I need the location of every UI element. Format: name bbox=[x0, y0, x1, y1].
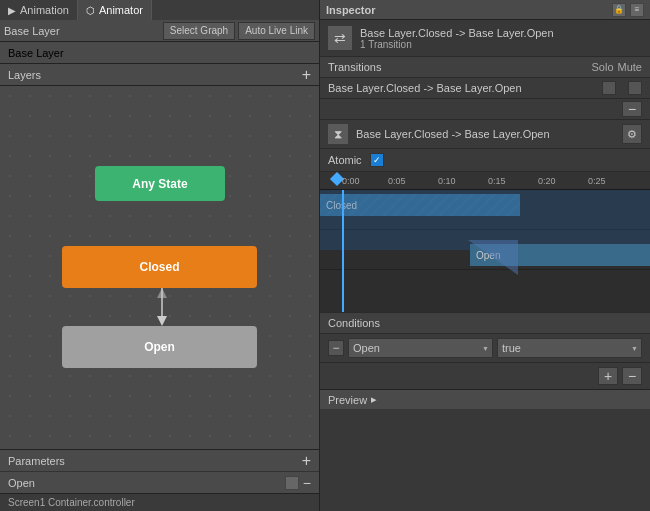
animator-toolbar: Base Layer Select Graph Auto Live Link bbox=[0, 20, 319, 42]
transition-label: Base Layer.Closed -> Base Layer.Open bbox=[360, 27, 554, 39]
select-graph-button[interactable]: Select Graph bbox=[163, 22, 235, 40]
layers-add-button[interactable]: + bbox=[302, 67, 311, 83]
parameter-name: Open bbox=[8, 477, 285, 489]
timeline-tracks: Closed Open bbox=[320, 190, 650, 312]
transitions-section-header: Transitions Solo Mute bbox=[320, 57, 650, 78]
state-any-state[interactable]: Any State bbox=[95, 166, 225, 201]
condition-param-wrapper: Open bbox=[348, 338, 493, 358]
timeline: 0:00 0:05 0:10 0:15 0:20 0:25 Closed bbox=[320, 172, 650, 312]
animator-canvas: Any State Closed Open bbox=[0, 86, 319, 449]
lock-icon[interactable]: 🔒 bbox=[612, 3, 626, 17]
ruler-5: 0:05 bbox=[388, 176, 406, 186]
add-condition-button[interactable]: + bbox=[598, 367, 618, 385]
parameters-title: Parameters bbox=[8, 455, 302, 467]
remove-transition-button[interactable]: − bbox=[622, 101, 642, 117]
ruler-15: 0:15 bbox=[488, 176, 506, 186]
parameter-remove-button[interactable]: − bbox=[303, 476, 311, 490]
transition-count: 1 Transition bbox=[360, 39, 554, 50]
svg-marker-1 bbox=[157, 316, 167, 326]
transition-row[interactable]: Base Layer.Closed -> Base Layer.Open bbox=[320, 78, 650, 99]
transition-detail-row: ⧗ Base Layer.Closed -> Base Layer.Open ⚙ bbox=[320, 120, 650, 149]
inspector-header: Inspector 🔒 ≡ bbox=[320, 0, 650, 20]
ruler-20: 0:20 bbox=[538, 176, 556, 186]
ruler-10: 0:10 bbox=[438, 176, 456, 186]
animator-icon: ⬡ bbox=[86, 5, 95, 16]
animation-icon: ▶ bbox=[8, 5, 16, 16]
svg-marker-2 bbox=[157, 288, 167, 298]
timeline-ruler: 0:00 0:05 0:10 0:15 0:20 0:25 bbox=[320, 172, 650, 190]
parameters-add-button[interactable]: + bbox=[302, 453, 311, 469]
state-closed[interactable]: Closed bbox=[62, 246, 257, 288]
conditions-section: Conditions − Open true false bbox=[320, 312, 650, 389]
tab-animator[interactable]: ⬡ Animator bbox=[78, 0, 152, 20]
transition-solo-checkbox[interactable] bbox=[602, 81, 616, 95]
transitions-section-title: Transitions bbox=[328, 61, 592, 73]
transition-arrow bbox=[155, 288, 169, 326]
auto-live-link-button[interactable]: Auto Live Link bbox=[238, 22, 315, 40]
ruler-25: 0:25 bbox=[588, 176, 606, 186]
hourglass-icon: ⧗ bbox=[328, 124, 348, 144]
tab-bar: ▶ Animation ⬡ Animator bbox=[0, 0, 319, 20]
atomic-row: Atomic ✓ bbox=[320, 149, 650, 172]
atomic-label: Atomic bbox=[328, 154, 362, 166]
conditions-title: Conditions bbox=[328, 317, 642, 329]
state-open[interactable]: Open bbox=[62, 326, 257, 368]
parameter-item-open: Open − bbox=[0, 471, 319, 493]
condition-operator-wrapper: true false bbox=[497, 338, 642, 358]
preview-title: Preview bbox=[328, 394, 367, 406]
layers-title: Layers bbox=[8, 69, 302, 81]
status-bar: Screen1 Container.controller bbox=[0, 493, 319, 511]
transition-row-label: Base Layer.Closed -> Base Layer.Open bbox=[328, 82, 602, 94]
state-any-label: Any State bbox=[132, 177, 187, 191]
condition-add-row: + − bbox=[320, 363, 650, 389]
condition-row: − Open true false bbox=[320, 334, 650, 363]
status-text: Screen1 Container.controller bbox=[8, 497, 135, 508]
tab-animator-label: Animator bbox=[99, 4, 143, 16]
track-open-row: Open bbox=[320, 240, 650, 270]
state-open-label: Open bbox=[144, 340, 175, 354]
mute-label: Mute bbox=[618, 61, 642, 73]
condition-operator-select[interactable]: true false bbox=[497, 338, 642, 358]
menu-icon[interactable]: ≡ bbox=[630, 3, 644, 17]
transition-info: ⇄ Base Layer.Closed -> Base Layer.Open 1… bbox=[320, 20, 650, 57]
atomic-checkbox[interactable]: ✓ bbox=[370, 153, 384, 167]
parameter-checkbox[interactable] bbox=[285, 476, 299, 490]
transition-type-icon: ⇄ bbox=[328, 26, 352, 50]
preview-arrow: ▸ bbox=[371, 393, 377, 406]
svg-marker-3 bbox=[468, 240, 518, 275]
settings-button[interactable]: ⚙ bbox=[622, 124, 642, 144]
ruler-0: 0:00 bbox=[342, 176, 360, 186]
tab-animation[interactable]: ▶ Animation bbox=[0, 0, 78, 20]
inspector-panel: Inspector 🔒 ≡ ⇄ Base Layer.Closed -> Bas… bbox=[320, 0, 650, 511]
timeline-playhead bbox=[342, 190, 344, 312]
transition-wedge bbox=[468, 240, 518, 275]
transition-mute-checkbox[interactable] bbox=[628, 81, 642, 95]
tab-animation-label: Animation bbox=[20, 4, 69, 16]
inspector-title: Inspector bbox=[326, 4, 376, 16]
state-closed-label: Closed bbox=[139, 260, 179, 274]
inspector-controls: 🔒 ≡ bbox=[612, 3, 644, 17]
remove-condition-button[interactable]: − bbox=[622, 367, 642, 385]
solo-label: Solo bbox=[592, 61, 614, 73]
toolbar-title: Base Layer bbox=[4, 25, 160, 37]
parameters-bar: Parameters + bbox=[0, 449, 319, 471]
remove-transition-row: − bbox=[320, 99, 650, 120]
layers-bar: Layers + bbox=[0, 64, 319, 86]
transition-details: Base Layer.Closed -> Base Layer.Open 1 T… bbox=[360, 27, 554, 50]
condition-minus-button[interactable]: − bbox=[328, 340, 344, 356]
conditions-header: Conditions bbox=[320, 312, 650, 334]
preview-bar: Preview ▸ bbox=[320, 389, 650, 409]
condition-param-select[interactable]: Open bbox=[348, 338, 493, 358]
transition-detail-text: Base Layer.Closed -> Base Layer.Open bbox=[356, 128, 622, 140]
breadcrumb: Base Layer bbox=[0, 42, 319, 64]
breadcrumb-text: Base Layer bbox=[8, 47, 64, 59]
